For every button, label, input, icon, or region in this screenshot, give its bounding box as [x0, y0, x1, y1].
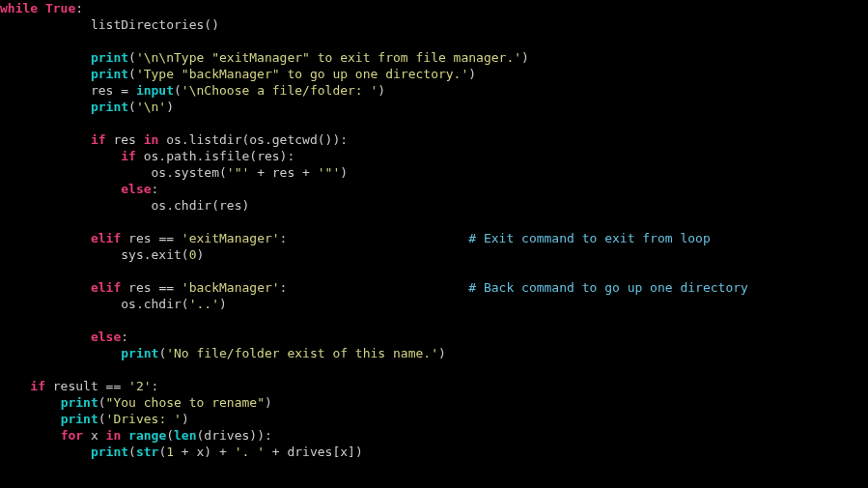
def-token: drives — [280, 445, 333, 459]
def-token: sys.exit — [121, 247, 182, 262]
str-token: '\n\nType "exitManager" to exit from fil… — [136, 50, 521, 65]
paren-token: ) — [182, 412, 189, 426]
code-editor-viewport[interactable]: while True: listDirectories() print('\n\… — [0, 0, 868, 460]
def-token: os.getcwd — [249, 132, 317, 147]
fn-token: print — [61, 412, 98, 426]
code-line: listDirectories() — [0, 17, 219, 32]
kw-token: if — [91, 132, 106, 147]
def-token — [174, 445, 182, 459]
op-token: + — [219, 445, 227, 459]
str-token: '2' — [128, 379, 151, 393]
def-token: x — [340, 445, 348, 459]
def-token: os.listdir — [158, 132, 241, 147]
str-token: 'Type "backManager" to go up one directo… — [136, 67, 468, 81]
def-token — [174, 280, 182, 295]
paren-token: () — [204, 17, 219, 32]
fn-token: print — [91, 100, 128, 114]
paren-token: ( — [174, 83, 182, 98]
code-line: print("You chose to rename") — [0, 395, 272, 410]
def-token — [249, 165, 257, 180]
code-line: print('\n') — [0, 100, 174, 114]
paren-token: )): — [249, 428, 271, 443]
paren-token: ( — [128, 100, 136, 114]
code-line: else: — [0, 330, 128, 344]
str-token: '..' — [189, 297, 219, 311]
def-token: : — [287, 149, 294, 163]
call-token: listDirectories — [91, 17, 204, 32]
def-token: x — [83, 428, 105, 443]
def-token: result — [45, 379, 106, 393]
paren-token: ) — [468, 67, 476, 81]
def-token — [121, 379, 128, 393]
paren-token: ) — [438, 346, 446, 360]
paren-token: ( — [128, 50, 136, 65]
paren-token: ( — [98, 395, 106, 410]
def-token: : — [280, 231, 288, 245]
def-token: : — [280, 280, 288, 295]
fn-token: range — [128, 428, 166, 443]
code-line: elif res == 'exitManager': # Exit comman… — [0, 231, 711, 245]
kw-token: in — [106, 428, 122, 443]
code-line: sys.exit(0) — [0, 247, 204, 262]
str-token: '\nChoose a file/folder: ' — [182, 83, 378, 98]
fn-token: print — [91, 67, 128, 81]
def-token: os.system — [152, 165, 219, 180]
kw-token: elif — [91, 280, 121, 295]
code-line: for x in range(len(drives)): — [0, 428, 272, 443]
op-token: = — [121, 83, 128, 98]
paren-token: ( — [166, 428, 174, 443]
str-token: '. ' — [235, 445, 265, 459]
paren-token: ) — [241, 198, 249, 213]
kw-token: elif — [91, 231, 121, 245]
def-token: os.chdir — [121, 297, 182, 311]
op-token: == — [158, 280, 174, 295]
str-token: 'Drives: ' — [106, 412, 182, 426]
paren-token: ( — [249, 149, 257, 163]
paren-token: ( — [182, 247, 189, 262]
code-line: os.chdir('..') — [0, 297, 227, 311]
def-token — [211, 445, 219, 459]
op-token: == — [158, 231, 174, 245]
str-token: '"' — [227, 165, 249, 180]
fn-token: print — [61, 395, 98, 410]
def-token: os.chdir — [152, 198, 212, 213]
str-token: 'No file/folder exist of this name.' — [166, 346, 438, 360]
str-token: "You chose to rename" — [106, 395, 265, 410]
paren-token: ) — [378, 83, 385, 98]
code-line: print('Type "backManager" to go up one d… — [0, 67, 476, 81]
code-line: print(str(1 + x) + '. ' + drives[x]) — [0, 445, 363, 459]
paren-token: ]) — [348, 445, 363, 459]
comment: # Exit command to exit from loop — [468, 231, 710, 245]
kw-token: while — [0, 1, 38, 15]
def-token: : — [340, 132, 348, 147]
fn-token: print — [91, 50, 128, 65]
op-token: + — [272, 445, 280, 459]
str-token: '\n' — [136, 100, 166, 114]
code-line: if result == '2': — [0, 379, 158, 393]
def-token — [265, 445, 272, 459]
def-token — [121, 428, 128, 443]
kw-token: for — [61, 428, 83, 443]
paren-token: ) — [197, 247, 205, 262]
def-token: res — [219, 198, 241, 213]
code-line: res = input('\nChoose a file/folder: ') — [0, 83, 385, 98]
def-token: : — [121, 330, 128, 344]
code-line: if os.path.isfile(res): — [0, 149, 294, 163]
num-token: 0 — [189, 247, 197, 262]
kw-token: else — [91, 330, 121, 344]
kw-token: in — [144, 132, 159, 147]
def-token: res — [265, 165, 302, 180]
def-token — [174, 231, 182, 245]
op-token: == — [106, 379, 122, 393]
kw-token: if — [30, 379, 45, 393]
op-token: + — [257, 165, 265, 180]
fn-token: len — [174, 428, 196, 443]
paren-token: ) — [166, 100, 174, 114]
fn-token: str — [136, 445, 158, 459]
code-line: else: — [0, 182, 158, 196]
kw-token: else — [121, 182, 151, 196]
fn-token: print — [121, 346, 158, 360]
code-line: print('\n\nType "exitManager" to exit fr… — [0, 50, 529, 65]
paren-token: ()) — [318, 132, 340, 147]
def-token: : — [75, 1, 83, 15]
